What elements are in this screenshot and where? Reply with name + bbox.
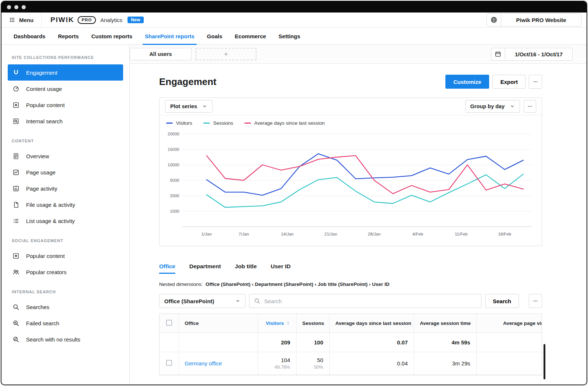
sidebar-item-popular-content[interactable]: Popular content bbox=[8, 97, 123, 113]
new-badge: New bbox=[128, 17, 144, 23]
window-control-dot[interactable] bbox=[14, 5, 18, 9]
logo-piwik-text: PIWIK bbox=[50, 16, 74, 24]
sidebar-item-popular-creators[interactable]: Popular creators bbox=[8, 264, 123, 280]
tab-sharepoint-reports[interactable]: SharePoint reports bbox=[139, 28, 201, 45]
legend-label: Average days since last session bbox=[254, 120, 325, 126]
chart-more-button[interactable] bbox=[524, 100, 536, 113]
group-by-label: Group by day bbox=[470, 103, 505, 109]
table-search bbox=[249, 294, 481, 308]
column-header-avg_session_time: Average session time bbox=[414, 314, 476, 333]
sidebar-item-file-usage-activity[interactable]: File usage & activity bbox=[8, 196, 123, 213]
cell-office bbox=[179, 333, 258, 352]
sidebar-item-label: Engagement bbox=[26, 70, 57, 76]
export-button[interactable]: Export bbox=[492, 75, 526, 89]
primary-nav: DashboardsReportsCustom reportsSharePoin… bbox=[1, 28, 587, 45]
segment-toolbar: All users 1/Oct/16 - 1/Oct/17 bbox=[130, 45, 587, 64]
column-label: Sessions bbox=[302, 321, 324, 326]
tab-custom-reports[interactable]: Custom reports bbox=[85, 28, 139, 45]
sidebar-section-title: CONTENT bbox=[1, 129, 129, 148]
dimension-tab-department[interactable]: Department bbox=[189, 263, 221, 274]
sidebar-item-label: Overview bbox=[26, 153, 49, 159]
add-segment-button[interactable] bbox=[196, 48, 257, 60]
window-control-dot[interactable] bbox=[22, 5, 26, 9]
svg-text:7/Jan: 7/Jan bbox=[239, 232, 249, 236]
sidebar: SITE COLLECTIONS PERFORMANCEEngagementCo… bbox=[1, 45, 130, 385]
svg-text:11/Feb: 11/Feb bbox=[455, 232, 468, 236]
legend-label: Visitors bbox=[176, 120, 192, 126]
sidebar-section-title: SITE COLLECTIONS PERFORMANCE bbox=[1, 46, 129, 64]
table-vertical-scrollbar[interactable] bbox=[544, 344, 545, 379]
sidebar-item-label: Content usage bbox=[26, 86, 62, 92]
tab-ecommerce[interactable]: Ecommerce bbox=[229, 28, 272, 45]
svg-text:2000: 2000 bbox=[170, 194, 179, 198]
search-button[interactable]: Search bbox=[485, 294, 519, 308]
star-square-icon bbox=[12, 252, 19, 259]
main-area: All users 1/Oct/16 - 1/Oct/17 Engagement bbox=[130, 45, 587, 385]
cell-checkbox bbox=[159, 333, 179, 352]
window-control-dot[interactable] bbox=[7, 5, 11, 9]
search-icon bbox=[12, 304, 19, 311]
site-selector[interactable]: Piwik PRO Website bbox=[487, 13, 581, 26]
sidebar-item-label: Popular creators bbox=[26, 269, 67, 275]
report-more-button[interactable] bbox=[529, 75, 542, 89]
cell-office: Germany office bbox=[179, 352, 258, 375]
sidebar-item-page-usage[interactable]: Page usage bbox=[8, 164, 123, 180]
sidebar-item-list-usage-activity[interactable]: List usage & activity bbox=[8, 213, 123, 229]
document-icon bbox=[12, 153, 19, 160]
svg-text:21/Jan: 21/Jan bbox=[325, 232, 337, 236]
legend-item-average-days-since-last-session[interactable]: Average days since last session bbox=[244, 120, 325, 126]
customize-button[interactable]: Customize bbox=[445, 75, 490, 89]
sidebar-item-popular-content[interactable]: Popular content bbox=[8, 248, 123, 264]
column-label: Average days since last session bbox=[336, 321, 412, 326]
search-input[interactable] bbox=[264, 298, 477, 304]
sidebar-item-label: Failed search bbox=[26, 320, 59, 326]
cell-visitors: 10449.76% bbox=[258, 352, 296, 375]
sidebar-item-overview[interactable]: Overview bbox=[8, 148, 123, 164]
column-header-office: Office bbox=[179, 314, 258, 333]
group-by-select[interactable]: Group by day bbox=[465, 100, 520, 113]
date-range-picker[interactable]: 1/Oct/16 - 1/Oct/17 bbox=[491, 48, 573, 61]
sidebar-item-label: Popular content bbox=[26, 253, 65, 259]
dimension-tabs: OfficeDepartmentJob titleUser ID bbox=[159, 263, 542, 274]
globe-icon bbox=[490, 16, 498, 24]
dimension-tab-user-id[interactable]: User ID bbox=[271, 263, 291, 274]
tab-settings[interactable]: Settings bbox=[272, 28, 306, 45]
sidebar-item-internal-search[interactable]: Internal search bbox=[8, 113, 123, 129]
sidebar-item-content-usage[interactable]: Content usage bbox=[8, 81, 123, 97]
column-label: Average session time bbox=[420, 321, 471, 326]
row-checkbox[interactable] bbox=[166, 360, 172, 366]
legend-label: Sessions bbox=[213, 120, 233, 126]
table-more-button[interactable] bbox=[529, 294, 542, 308]
tab-reports[interactable]: Reports bbox=[52, 28, 85, 45]
globe-button[interactable] bbox=[487, 14, 501, 26]
dimension-tab-job-title[interactable]: Job title bbox=[235, 263, 257, 274]
plus-icon bbox=[223, 51, 229, 57]
sidebar-item-page-activity[interactable]: Page activity bbox=[8, 180, 123, 196]
legend-item-visitors[interactable]: Visitors bbox=[166, 120, 192, 126]
sidebar-item-search-with-no-results[interactable]: Search with no results bbox=[8, 331, 123, 347]
calendar-button[interactable] bbox=[491, 48, 505, 61]
legend-item-sessions[interactable]: Sessions bbox=[203, 120, 233, 126]
menu-button[interactable]: Menu bbox=[1, 13, 42, 27]
sidebar-item-searches[interactable]: Searches bbox=[8, 299, 123, 315]
dimension-select[interactable]: Office (SharePoint) bbox=[159, 294, 245, 308]
tab-dashboards[interactable]: Dashboards bbox=[7, 28, 52, 45]
svg-text:18/Feb: 18/Feb bbox=[498, 232, 511, 236]
column-header-visitors[interactable]: Visitors bbox=[258, 314, 296, 333]
column-label: Visitors bbox=[266, 321, 284, 326]
legend-swatch bbox=[244, 123, 251, 124]
cell-avg_days: 0.04 bbox=[329, 352, 414, 375]
dimension-select-label: Office (SharePoint) bbox=[164, 298, 214, 304]
office-link[interactable]: Germany office bbox=[185, 360, 222, 366]
sidebar-item-engagement[interactable]: Engagement bbox=[8, 64, 123, 81]
ellipsis-icon bbox=[527, 103, 533, 109]
segment-all-users[interactable]: All users bbox=[130, 48, 191, 60]
dimension-tab-office[interactable]: Office bbox=[159, 263, 175, 274]
plot-series-select[interactable]: Plot series bbox=[165, 100, 212, 113]
tab-goals[interactable]: Goals bbox=[201, 28, 229, 45]
select-all-checkbox[interactable] bbox=[166, 320, 172, 326]
svg-text:4/Feb: 4/Feb bbox=[412, 232, 423, 236]
sidebar-item-failed-search[interactable]: Failed search bbox=[8, 315, 123, 331]
sort-icon bbox=[286, 321, 290, 325]
piwik-pro-logo: PIWIK PRO Analytics New bbox=[50, 16, 144, 24]
